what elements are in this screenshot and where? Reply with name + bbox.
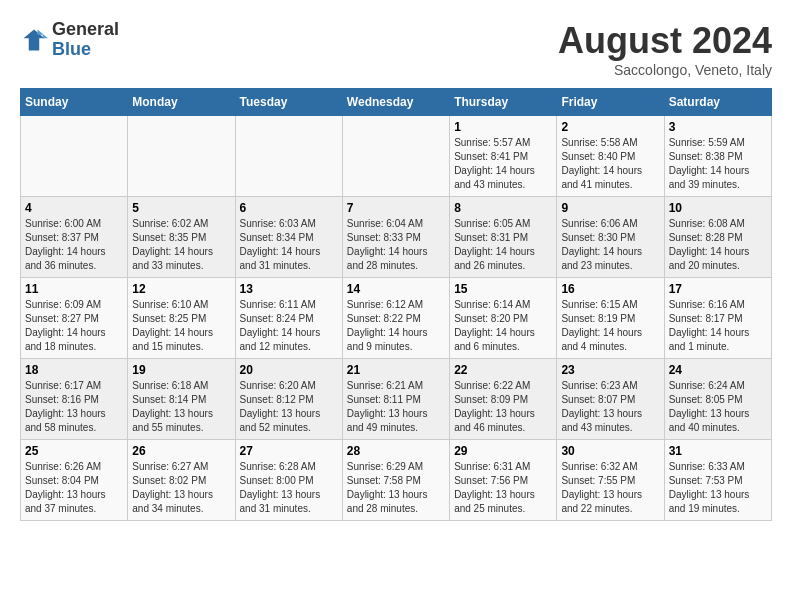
day-of-week-header: Wednesday [342, 89, 449, 116]
calendar-day-cell: 27Sunrise: 6:28 AMSunset: 8:00 PMDayligh… [235, 440, 342, 521]
logo-general-text: General [52, 20, 119, 40]
calendar-day-cell: 28Sunrise: 6:29 AMSunset: 7:58 PMDayligh… [342, 440, 449, 521]
day-info: Sunrise: 6:10 AMSunset: 8:25 PMDaylight:… [132, 298, 230, 354]
calendar-day-cell: 5Sunrise: 6:02 AMSunset: 8:35 PMDaylight… [128, 197, 235, 278]
day-number: 25 [25, 444, 123, 458]
calendar-week-row: 4Sunrise: 6:00 AMSunset: 8:37 PMDaylight… [21, 197, 772, 278]
calendar-week-row: 18Sunrise: 6:17 AMSunset: 8:16 PMDayligh… [21, 359, 772, 440]
calendar-day-cell: 24Sunrise: 6:24 AMSunset: 8:05 PMDayligh… [664, 359, 771, 440]
calendar-day-cell: 19Sunrise: 6:18 AMSunset: 8:14 PMDayligh… [128, 359, 235, 440]
calendar-day-cell: 2Sunrise: 5:58 AMSunset: 8:40 PMDaylight… [557, 116, 664, 197]
day-number: 28 [347, 444, 445, 458]
day-info: Sunrise: 6:08 AMSunset: 8:28 PMDaylight:… [669, 217, 767, 273]
day-number: 6 [240, 201, 338, 215]
day-info: Sunrise: 6:24 AMSunset: 8:05 PMDaylight:… [669, 379, 767, 435]
day-info: Sunrise: 6:15 AMSunset: 8:19 PMDaylight:… [561, 298, 659, 354]
title-area: August 2024 Saccolongo, Veneto, Italy [558, 20, 772, 78]
logo: General Blue [20, 20, 119, 60]
day-info: Sunrise: 6:27 AMSunset: 8:02 PMDaylight:… [132, 460, 230, 516]
day-info: Sunrise: 6:06 AMSunset: 8:30 PMDaylight:… [561, 217, 659, 273]
calendar-day-cell: 15Sunrise: 6:14 AMSunset: 8:20 PMDayligh… [450, 278, 557, 359]
day-number: 23 [561, 363, 659, 377]
day-info: Sunrise: 6:31 AMSunset: 7:56 PMDaylight:… [454, 460, 552, 516]
calendar-day-cell: 31Sunrise: 6:33 AMSunset: 7:53 PMDayligh… [664, 440, 771, 521]
day-number: 16 [561, 282, 659, 296]
calendar-day-cell: 21Sunrise: 6:21 AMSunset: 8:11 PMDayligh… [342, 359, 449, 440]
calendar-day-cell: 9Sunrise: 6:06 AMSunset: 8:30 PMDaylight… [557, 197, 664, 278]
logo-blue-text: Blue [52, 40, 119, 60]
day-number: 15 [454, 282, 552, 296]
calendar-day-cell: 3Sunrise: 5:59 AMSunset: 8:38 PMDaylight… [664, 116, 771, 197]
day-info: Sunrise: 6:33 AMSunset: 7:53 PMDaylight:… [669, 460, 767, 516]
day-number: 2 [561, 120, 659, 134]
location-subtitle: Saccolongo, Veneto, Italy [558, 62, 772, 78]
calendar-day-cell: 17Sunrise: 6:16 AMSunset: 8:17 PMDayligh… [664, 278, 771, 359]
month-title: August 2024 [558, 20, 772, 62]
day-info: Sunrise: 6:04 AMSunset: 8:33 PMDaylight:… [347, 217, 445, 273]
day-number: 19 [132, 363, 230, 377]
calendar-day-cell: 8Sunrise: 6:05 AMSunset: 8:31 PMDaylight… [450, 197, 557, 278]
day-info: Sunrise: 6:29 AMSunset: 7:58 PMDaylight:… [347, 460, 445, 516]
day-info: Sunrise: 5:59 AMSunset: 8:38 PMDaylight:… [669, 136, 767, 192]
day-number: 22 [454, 363, 552, 377]
day-info: Sunrise: 6:05 AMSunset: 8:31 PMDaylight:… [454, 217, 552, 273]
calendar-day-cell: 1Sunrise: 5:57 AMSunset: 8:41 PMDaylight… [450, 116, 557, 197]
calendar-day-cell: 16Sunrise: 6:15 AMSunset: 8:19 PMDayligh… [557, 278, 664, 359]
day-number: 27 [240, 444, 338, 458]
calendar-day-cell: 22Sunrise: 6:22 AMSunset: 8:09 PMDayligh… [450, 359, 557, 440]
day-number: 7 [347, 201, 445, 215]
page-header: General Blue August 2024 Saccolongo, Ven… [20, 20, 772, 78]
day-number: 14 [347, 282, 445, 296]
day-info: Sunrise: 5:58 AMSunset: 8:40 PMDaylight:… [561, 136, 659, 192]
calendar-day-cell: 7Sunrise: 6:04 AMSunset: 8:33 PMDaylight… [342, 197, 449, 278]
day-number: 11 [25, 282, 123, 296]
day-of-week-header: Tuesday [235, 89, 342, 116]
calendar-day-cell: 11Sunrise: 6:09 AMSunset: 8:27 PMDayligh… [21, 278, 128, 359]
calendar-day-cell [21, 116, 128, 197]
day-number: 10 [669, 201, 767, 215]
day-info: Sunrise: 6:32 AMSunset: 7:55 PMDaylight:… [561, 460, 659, 516]
day-info: Sunrise: 6:14 AMSunset: 8:20 PMDaylight:… [454, 298, 552, 354]
calendar-day-cell [128, 116, 235, 197]
calendar-day-cell: 14Sunrise: 6:12 AMSunset: 8:22 PMDayligh… [342, 278, 449, 359]
day-number: 17 [669, 282, 767, 296]
day-info: Sunrise: 6:02 AMSunset: 8:35 PMDaylight:… [132, 217, 230, 273]
calendar-table: SundayMondayTuesdayWednesdayThursdayFrid… [20, 88, 772, 521]
calendar-day-cell: 4Sunrise: 6:00 AMSunset: 8:37 PMDaylight… [21, 197, 128, 278]
calendar-day-cell [342, 116, 449, 197]
day-number: 8 [454, 201, 552, 215]
day-number: 13 [240, 282, 338, 296]
calendar-day-cell: 13Sunrise: 6:11 AMSunset: 8:24 PMDayligh… [235, 278, 342, 359]
day-of-week-header: Friday [557, 89, 664, 116]
day-info: Sunrise: 6:00 AMSunset: 8:37 PMDaylight:… [25, 217, 123, 273]
calendar-week-row: 11Sunrise: 6:09 AMSunset: 8:27 PMDayligh… [21, 278, 772, 359]
calendar-day-cell: 23Sunrise: 6:23 AMSunset: 8:07 PMDayligh… [557, 359, 664, 440]
day-of-week-header: Monday [128, 89, 235, 116]
calendar-day-cell: 20Sunrise: 6:20 AMSunset: 8:12 PMDayligh… [235, 359, 342, 440]
day-info: Sunrise: 6:17 AMSunset: 8:16 PMDaylight:… [25, 379, 123, 435]
day-info: Sunrise: 6:28 AMSunset: 8:00 PMDaylight:… [240, 460, 338, 516]
days-of-week-row: SundayMondayTuesdayWednesdayThursdayFrid… [21, 89, 772, 116]
day-number: 4 [25, 201, 123, 215]
day-number: 24 [669, 363, 767, 377]
calendar-day-cell: 10Sunrise: 6:08 AMSunset: 8:28 PMDayligh… [664, 197, 771, 278]
calendar-week-row: 1Sunrise: 5:57 AMSunset: 8:41 PMDaylight… [21, 116, 772, 197]
day-number: 21 [347, 363, 445, 377]
day-info: Sunrise: 6:21 AMSunset: 8:11 PMDaylight:… [347, 379, 445, 435]
calendar-day-cell: 30Sunrise: 6:32 AMSunset: 7:55 PMDayligh… [557, 440, 664, 521]
day-number: 26 [132, 444, 230, 458]
day-of-week-header: Saturday [664, 89, 771, 116]
calendar-day-cell: 6Sunrise: 6:03 AMSunset: 8:34 PMDaylight… [235, 197, 342, 278]
day-number: 29 [454, 444, 552, 458]
day-info: Sunrise: 6:12 AMSunset: 8:22 PMDaylight:… [347, 298, 445, 354]
day-info: Sunrise: 6:22 AMSunset: 8:09 PMDaylight:… [454, 379, 552, 435]
day-number: 30 [561, 444, 659, 458]
day-number: 1 [454, 120, 552, 134]
day-info: Sunrise: 6:18 AMSunset: 8:14 PMDaylight:… [132, 379, 230, 435]
day-number: 9 [561, 201, 659, 215]
day-number: 18 [25, 363, 123, 377]
calendar-day-cell: 12Sunrise: 6:10 AMSunset: 8:25 PMDayligh… [128, 278, 235, 359]
day-info: Sunrise: 6:11 AMSunset: 8:24 PMDaylight:… [240, 298, 338, 354]
calendar-body: 1Sunrise: 5:57 AMSunset: 8:41 PMDaylight… [21, 116, 772, 521]
day-number: 20 [240, 363, 338, 377]
